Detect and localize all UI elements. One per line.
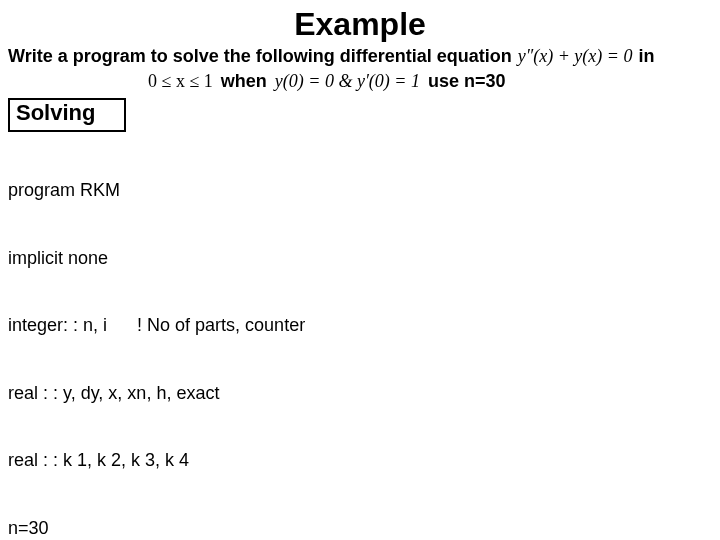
statement-line-1: Write a program to solve the following d…	[8, 45, 712, 68]
code-line: real : : k 1, k 2, k 3, k 4	[8, 449, 712, 472]
code-line: n=30	[8, 517, 712, 540]
code-line: implicit none	[8, 247, 712, 270]
code-line: integer: : n, i ! No of parts, counter	[8, 314, 712, 337]
page-title: Example	[294, 6, 426, 42]
equation-ic: y(0) = 0 & y′(0) = 1	[275, 70, 420, 93]
equation-range: 0 ≤ x ≤ 1	[148, 70, 213, 93]
title-wrap: Example	[8, 6, 712, 43]
solving-box: Solving	[8, 98, 126, 132]
trail-text: in	[638, 45, 654, 68]
equation-main: y″(x) + y(x) = 0	[518, 45, 633, 68]
solving-heading: Solving	[16, 100, 95, 125]
problem-statement: Write a program to solve the following d…	[8, 45, 712, 92]
code-line: real : : y, dy, x, xn, h, exact	[8, 382, 712, 405]
lead-text: Write a program to solve the following d…	[8, 45, 512, 68]
statement-line-2: 0 ≤ x ≤ 1 when y(0) = 0 & y′(0) = 1 use …	[8, 70, 712, 93]
slide: Example Write a program to solve the fol…	[0, 0, 720, 540]
use-text: use n=30	[428, 70, 506, 93]
code-block: program RKM implicit none integer: : n, …	[8, 134, 712, 540]
when-text: when	[221, 70, 267, 93]
code-line: program RKM	[8, 179, 712, 202]
